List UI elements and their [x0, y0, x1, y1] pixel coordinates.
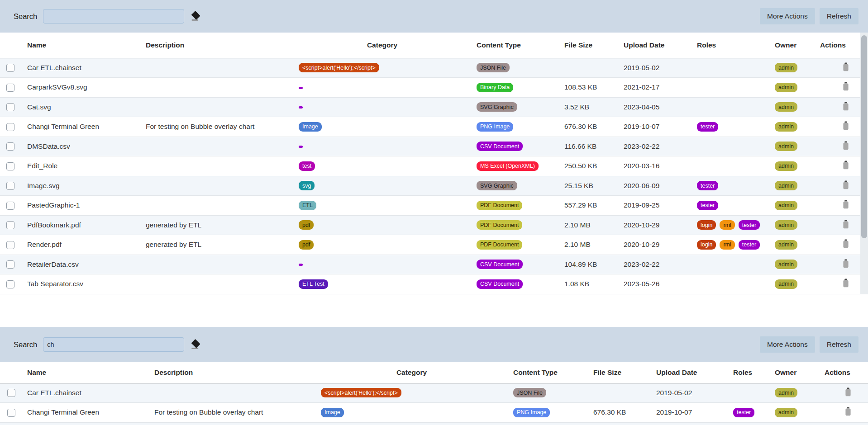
cell-actions	[815, 274, 860, 294]
search-input[interactable]	[43, 9, 184, 24]
cell-content-type: JSON File	[471, 58, 559, 78]
cell-upload-date: 2020-06-09	[618, 176, 692, 196]
delete-file-button[interactable]	[842, 121, 849, 130]
column-header-content-type: Content Type	[471, 33, 559, 58]
owner-badge: admin	[775, 220, 797, 230]
row-checkbox[interactable]	[7, 389, 15, 397]
row-checkbox[interactable]	[6, 103, 14, 111]
row-checkbox[interactable]	[7, 409, 15, 417]
cell-owner: admin	[769, 403, 819, 423]
cell-upload-date: 2023-05-26	[618, 274, 692, 294]
column-header-owner: Owner	[769, 33, 815, 58]
file-table-panel-1: Search More Actions Refresh NameDescript…	[0, 0, 868, 294]
trash-icon	[842, 180, 849, 189]
cell-owner: admin	[769, 255, 815, 274]
row-checkbox-cell	[0, 274, 22, 294]
cell-file-size: 2.10 MB	[559, 235, 618, 255]
cell-description	[140, 156, 293, 176]
owner-badge: admin	[775, 240, 797, 250]
row-checkbox[interactable]	[6, 280, 14, 288]
cell-description	[149, 383, 315, 403]
next-row-sliver	[0, 423, 868, 425]
toolbar-actions: More Actions Refresh	[760, 8, 858, 24]
cell-category: svg	[293, 176, 471, 196]
column-header-file-size: File Size	[559, 33, 618, 58]
cell-description: generated by ETL	[140, 235, 293, 255]
file-table-panel-2: Search More Actions Refresh NameDescript…	[0, 327, 868, 425]
refresh-button[interactable]: Refresh	[820, 336, 858, 353]
cell-file-size: 2.10 MB	[559, 215, 618, 235]
row-checkbox-cell	[0, 235, 22, 255]
cell-upload-date: 2023-02-22	[618, 137, 692, 156]
vertical-scrollbar[interactable]	[860, 33, 868, 294]
role-badge: rml	[720, 240, 734, 250]
cell-description	[140, 97, 293, 117]
cell-upload-date: 2023-02-22	[618, 255, 692, 274]
scrollbar-thumb[interactable]	[861, 35, 867, 238]
row-checkbox-cell	[0, 156, 22, 176]
delete-file-button[interactable]	[842, 141, 849, 150]
role-badge: rml	[720, 220, 734, 230]
cell-owner: admin	[769, 176, 815, 196]
cell-name: Car ETL.chainset	[22, 383, 149, 403]
table-row: RetailerData.csvCSV Document104.89 KB202…	[0, 255, 860, 274]
column-header-upload-date: Upload Date	[618, 33, 692, 58]
cell-description	[140, 58, 293, 78]
row-checkbox[interactable]	[6, 142, 14, 151]
more-actions-button[interactable]: More Actions	[760, 336, 815, 353]
role-badge: tester	[739, 240, 760, 250]
table-header-row: NameDescriptionCategoryContent TypeFile …	[0, 33, 860, 58]
row-checkbox[interactable]	[6, 182, 14, 190]
column-header-name: Name	[22, 33, 140, 58]
table-row: Changi Terminal GreenFor testing on Bubb…	[0, 117, 860, 137]
cell-name: DMSData.csv	[22, 137, 140, 156]
cell-roles	[692, 58, 769, 78]
search-input[interactable]	[43, 337, 184, 352]
cell-roles: tester	[728, 403, 769, 423]
row-checkbox[interactable]	[6, 123, 14, 131]
delete-file-button[interactable]	[844, 407, 852, 416]
delete-file-button[interactable]	[842, 259, 849, 268]
delete-file-button[interactable]	[842, 279, 849, 288]
delete-file-button[interactable]	[842, 239, 849, 248]
delete-file-button[interactable]	[844, 387, 852, 397]
cell-owner: admin	[769, 196, 815, 216]
eraser-icon	[190, 339, 201, 350]
clear-search-button[interactable]	[190, 339, 201, 350]
more-actions-button[interactable]: More Actions	[760, 8, 815, 24]
row-checkbox[interactable]	[6, 64, 14, 72]
refresh-button[interactable]: Refresh	[820, 8, 858, 24]
cell-file-size: 1.08 KB	[559, 274, 618, 294]
row-checkbox[interactable]	[6, 162, 14, 170]
content-type-badge: MS Excel (OpenXML)	[477, 161, 539, 171]
trash-icon	[842, 62, 849, 71]
cell-description	[140, 176, 293, 196]
cell-roles	[692, 137, 769, 156]
files-table-1: NameDescriptionCategoryContent TypeFile …	[0, 33, 860, 294]
delete-file-button[interactable]	[842, 180, 849, 189]
row-checkbox[interactable]	[6, 221, 14, 229]
column-header-category: Category	[315, 362, 508, 383]
delete-file-button[interactable]	[842, 161, 849, 170]
delete-file-button[interactable]	[842, 102, 849, 111]
cell-file-size: 25.15 KB	[559, 176, 618, 196]
content-type-badge: Binary Data	[477, 83, 513, 92]
row-checkbox-cell	[0, 215, 22, 235]
row-checkbox[interactable]	[6, 241, 14, 249]
table-row: Render.pdfgenerated by ETLpdfPDF Documen…	[0, 235, 860, 255]
delete-file-button[interactable]	[842, 220, 849, 229]
delete-file-button[interactable]	[842, 62, 849, 71]
row-checkbox[interactable]	[6, 84, 14, 92]
role-badge: tester	[697, 181, 718, 190]
delete-file-button[interactable]	[842, 82, 849, 91]
row-checkbox[interactable]	[6, 260, 14, 269]
table-row: DMSData.csvCSV Document116.66 KB2023-02-…	[0, 137, 860, 156]
delete-file-button[interactable]	[842, 200, 849, 209]
clear-search-button[interactable]	[190, 10, 201, 22]
row-checkbox[interactable]	[6, 202, 14, 210]
cell-upload-date: 2020-10-29	[618, 235, 692, 255]
cell-name: Edit_Role	[22, 156, 140, 176]
cell-category: Image	[315, 403, 508, 423]
table-header-row: NameDescriptionCategoryContent TypeFile …	[0, 362, 868, 383]
owner-badge: admin	[775, 260, 797, 269]
